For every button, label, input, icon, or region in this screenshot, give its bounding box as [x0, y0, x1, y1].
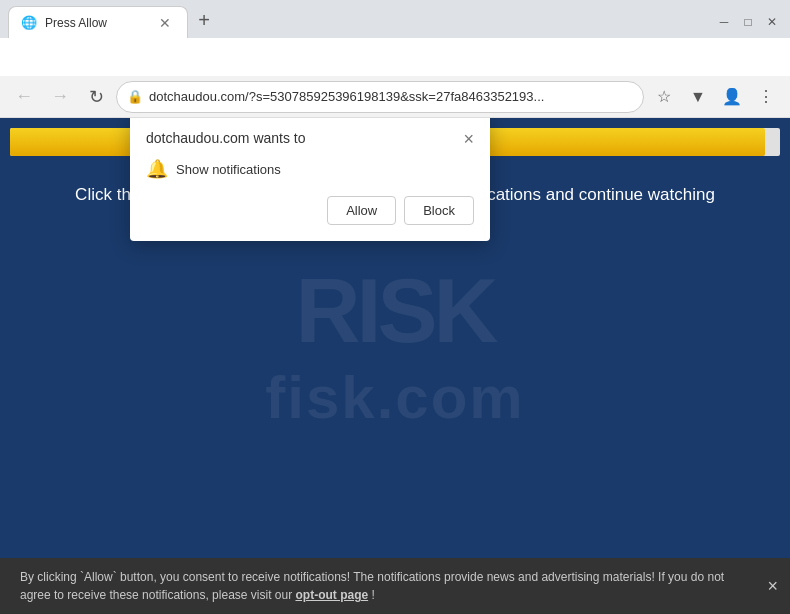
- tab-title: Press Allow: [45, 16, 147, 30]
- back-button[interactable]: ←: [8, 81, 40, 113]
- dialog-buttons: Allow Block: [146, 196, 474, 225]
- title-bar: 🌐 Press Allow ✕ + ─ □ ✕: [0, 0, 790, 38]
- banner-text-end: !: [371, 588, 374, 602]
- lock-icon: 🔒: [127, 89, 143, 104]
- toolbar: ← → ↻ 🔒 dotchaudou.com/?s=53078592539619…: [0, 76, 790, 118]
- active-tab[interactable]: 🌐 Press Allow ✕: [8, 6, 188, 38]
- tab-close-button[interactable]: ✕: [155, 13, 175, 33]
- dialog-header: dotchaudou.com wants to ×: [146, 130, 474, 148]
- dialog-close-button[interactable]: ×: [463, 130, 474, 148]
- new-tab-button[interactable]: +: [190, 6, 218, 34]
- opt-out-link[interactable]: opt-out page: [295, 588, 368, 602]
- page-content: RISK fisk.com 98% Click the «Allow» butt…: [0, 118, 790, 614]
- address-bar[interactable]: 🔒 dotchaudou.com/?s=530785925396198139&s…: [116, 81, 644, 113]
- watermark-top: RISK: [295, 260, 494, 363]
- permission-dialog: dotchaudou.com wants to × 🔔 Show notific…: [130, 118, 490, 241]
- bell-icon: 🔔: [146, 158, 168, 180]
- profile-button[interactable]: 👤: [716, 81, 748, 113]
- address-text: dotchaudou.com/?s=530785925396198139&ssk…: [149, 89, 633, 104]
- maximize-button[interactable]: □: [738, 12, 758, 32]
- block-button[interactable]: Block: [404, 196, 474, 225]
- bookmark-button[interactable]: ☆: [648, 81, 680, 113]
- tab-favicon: 🌐: [21, 15, 37, 31]
- refresh-button[interactable]: ↻: [80, 81, 112, 113]
- close-button[interactable]: ✕: [762, 12, 782, 32]
- browser-window: 🌐 Press Allow ✕ + ─ □ ✕ ← → ↻ 🔒 dotchaud…: [0, 0, 790, 614]
- tab-bar: 🌐 Press Allow ✕ + ─ □ ✕: [0, 0, 790, 38]
- dialog-title: dotchaudou.com wants to: [146, 130, 306, 146]
- notification-label: Show notifications: [176, 162, 281, 177]
- dialog-notification-row: 🔔 Show notifications: [146, 158, 474, 180]
- menu-button[interactable]: ⋮: [750, 81, 782, 113]
- allow-button[interactable]: Allow: [327, 196, 396, 225]
- banner-close-button[interactable]: ×: [767, 573, 778, 600]
- dropdown-button[interactable]: ▼: [682, 81, 714, 113]
- forward-button[interactable]: →: [44, 81, 76, 113]
- minimize-button[interactable]: ─: [714, 12, 734, 32]
- bottom-banner: By clicking `Allow` button, you consent …: [0, 558, 790, 614]
- watermark-bottom: fisk.com: [265, 363, 524, 432]
- toolbar-icons: ☆ ▼ 👤 ⋮: [648, 81, 782, 113]
